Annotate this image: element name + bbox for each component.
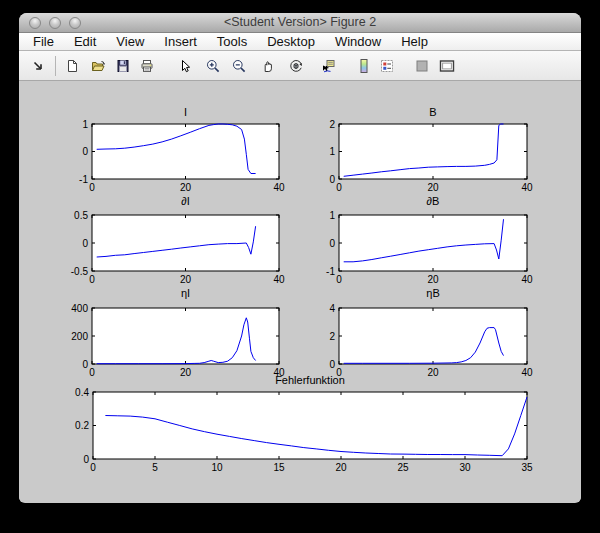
toolbar-zoom-in-button[interactable] <box>202 55 224 77</box>
toolbar-new-document-button[interactable] <box>61 55 83 77</box>
svg-text:-1: -1 <box>79 174 88 185</box>
rotate-3d-icon <box>288 58 304 74</box>
svg-text:-1: -1 <box>326 266 335 277</box>
svg-text:0: 0 <box>82 146 88 157</box>
svg-text:0.2: 0.2 <box>75 420 89 431</box>
svg-text:Fehlerfunktion: Fehlerfunktion <box>275 374 345 386</box>
subplot-dB[interactable]: 02040-101ηB <box>299 195 567 301</box>
menu-item-file[interactable]: File <box>23 33 64 50</box>
svg-text:0: 0 <box>82 238 88 249</box>
menu-item-help[interactable]: Help <box>391 33 438 50</box>
svg-text:0: 0 <box>82 359 88 370</box>
toolbar <box>19 51 581 81</box>
svg-text:0: 0 <box>329 359 335 370</box>
toolbar-pan-hand-button[interactable] <box>257 55 279 77</box>
svg-text:1: 1 <box>82 119 88 130</box>
svg-text:I: I <box>184 106 187 118</box>
svg-text:1: 1 <box>329 210 335 221</box>
toolbar-rotate-3d-button[interactable] <box>285 55 307 77</box>
edit-cursor-icon <box>177 58 193 74</box>
svg-text:35: 35 <box>521 462 533 473</box>
close-button[interactable] <box>29 17 41 29</box>
toolbar-dock-arrow-button[interactable] <box>27 55 49 77</box>
svg-text:2: 2 <box>329 119 335 130</box>
svg-text:30: 30 <box>459 462 471 473</box>
pan-hand-icon <box>260 58 276 74</box>
svg-text:20: 20 <box>427 182 439 193</box>
svg-text:40: 40 <box>521 274 533 285</box>
svg-text:0: 0 <box>329 238 335 249</box>
toolbar-print-button[interactable] <box>136 55 158 77</box>
data-cursor-icon <box>320 58 336 74</box>
title-bar[interactable]: <Student Version> Figure 2 <box>19 13 581 33</box>
toolbar-colorbar-button[interactable] <box>353 55 375 77</box>
zoom-in-icon <box>205 58 221 74</box>
menu-item-edit[interactable]: Edit <box>64 33 106 50</box>
toolbar-separator <box>55 56 56 76</box>
subplot-fehlerfunktion[interactable]: 0510152025303500.20.4Fehlerfunktion <box>53 372 567 489</box>
svg-text:B: B <box>429 106 436 118</box>
svg-text:200: 200 <box>71 331 88 342</box>
dock-arrow-icon <box>30 58 46 74</box>
svg-text:20: 20 <box>180 182 192 193</box>
svg-text:0.5: 0.5 <box>74 210 88 221</box>
open-folder-icon <box>90 58 106 74</box>
hide-plottools-icon <box>414 58 430 74</box>
svg-text:20: 20 <box>427 274 439 285</box>
menu-item-tools[interactable]: Tools <box>207 33 257 50</box>
svg-text:400: 400 <box>71 303 88 314</box>
menu-item-view[interactable]: View <box>106 33 154 50</box>
figure-canvas: 02040-101I∂I02040012B∂B02040-0.500.5ηI02… <box>19 81 581 502</box>
toolbar-edit-cursor-button[interactable] <box>174 55 196 77</box>
svg-text:0.4: 0.4 <box>75 387 89 398</box>
svg-text:1: 1 <box>329 146 335 157</box>
svg-text:4: 4 <box>329 303 335 314</box>
menu-item-insert[interactable]: Insert <box>154 33 207 50</box>
subplot-I[interactable]: 02040-101I∂I <box>52 104 319 209</box>
print-icon <box>139 58 155 74</box>
svg-text:15: 15 <box>273 462 285 473</box>
show-plottools-icon <box>439 58 455 74</box>
toolbar-data-cursor-button[interactable] <box>317 55 339 77</box>
window-title: <Student Version> Figure 2 <box>224 15 376 29</box>
svg-text:0: 0 <box>329 174 335 185</box>
svg-text:20: 20 <box>335 462 347 473</box>
toolbar-show-plottools-button[interactable] <box>436 55 458 77</box>
toolbar-save-button[interactable] <box>112 55 134 77</box>
zoom-button[interactable] <box>69 17 81 29</box>
svg-text:5: 5 <box>152 462 158 473</box>
svg-text:10: 10 <box>211 462 223 473</box>
save-icon <box>115 58 131 74</box>
svg-text:0: 0 <box>336 274 342 285</box>
svg-text:0: 0 <box>89 182 95 193</box>
toolbar-open-folder-button[interactable] <box>87 55 109 77</box>
subplot-dI[interactable]: 02040-0.500.5ηI <box>52 195 319 301</box>
svg-text:2: 2 <box>329 331 335 342</box>
toolbar-zoom-out-button[interactable] <box>228 55 250 77</box>
svg-text:40: 40 <box>273 182 285 193</box>
figure-window: <Student Version> Figure 2 FileEditViewI… <box>19 13 581 503</box>
legend-icon <box>379 58 395 74</box>
menu-item-desktop[interactable]: Desktop <box>257 33 325 50</box>
svg-text:0: 0 <box>83 454 89 465</box>
svg-text:0: 0 <box>89 274 95 285</box>
svg-text:40: 40 <box>521 182 533 193</box>
svg-text:0: 0 <box>90 462 96 473</box>
menu-bar: FileEditViewInsertToolsDesktopWindowHelp <box>19 33 581 51</box>
svg-text:20: 20 <box>180 274 192 285</box>
svg-text:40: 40 <box>273 274 285 285</box>
svg-text:-0.5: -0.5 <box>71 266 89 277</box>
toolbar-hide-plottools-button[interactable] <box>411 55 433 77</box>
subplot-B[interactable]: 02040012B∂B <box>299 104 567 209</box>
svg-text:0: 0 <box>336 182 342 193</box>
colorbar-icon <box>356 58 372 74</box>
svg-text:25: 25 <box>397 462 409 473</box>
minimize-button[interactable] <box>49 17 61 29</box>
zoom-out-icon <box>231 58 247 74</box>
toolbar-legend-button[interactable] <box>376 55 398 77</box>
new-document-icon <box>64 58 80 74</box>
menu-item-window[interactable]: Window <box>325 33 391 50</box>
